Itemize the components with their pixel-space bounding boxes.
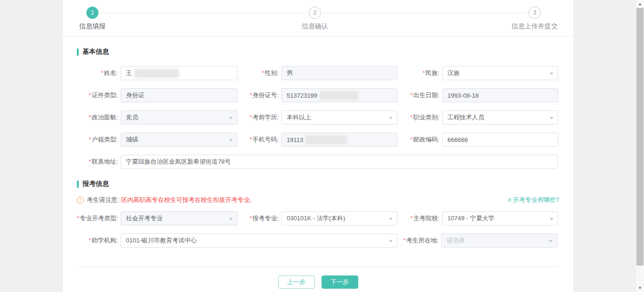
candidate-notice: ! 考生请注意: 区内高职高专在校生可报考在校生衔接开考专业。 [77,196,256,204]
step-2-circle: 2 [309,7,321,19]
gender-field: *性别: 男 [238,66,398,80]
political-status-field: *政治面貌: 党员 [77,110,238,125]
location-field: *考生所在地: 请选择 [397,234,558,248]
apply-info-title-text: 报考信息 [83,180,109,188]
required-mark: * [410,92,413,99]
gender-input: 男 [281,66,397,80]
required-mark: * [249,136,252,143]
name-field: *姓名: 王 [77,66,238,80]
chevron-down-icon [550,117,553,119]
political-status-label: *政治面貌: [77,113,121,122]
chevron-down-icon [229,117,233,119]
required-mark: * [422,69,425,76]
basic-info-section-title: 基本信息 [77,48,559,56]
required-mark: * [249,215,252,222]
occupation-label: *职业类别: [398,113,442,122]
required-mark: * [89,237,91,244]
postcode-label: *邮政编码: [398,135,442,144]
required-mark: * [410,114,413,121]
major-type-select[interactable]: 社会开考专业 [121,211,238,225]
scroll-up-button[interactable]: ▲ [636,0,644,8]
birth-date-label: *出生日期: [398,91,442,100]
required-mark: * [89,136,91,143]
step-1-label: 信息填报 [41,22,144,31]
apply-row-1: *专业开考类型: 社会开考专业 *报考专业: 030101K - 法学(本科) … [77,211,559,225]
required-mark: * [89,114,91,121]
gender-label: *性别: [238,69,281,77]
step-2-label: 信息确认 [263,22,367,31]
address-field: *联系地址: 宁夏回族自治区金凤区新希望街道78号 [77,155,558,169]
basic-row-1: *姓名: 王 *性别: 男 *民族: 汉族 [77,66,559,80]
household-type-select[interactable]: 城镇 [121,133,238,147]
college-label: *主考院校: [398,214,442,223]
required-mark: * [89,158,91,165]
location-label: *考生所在地: [397,236,441,245]
political-status-select[interactable]: 党员 [121,110,238,125]
location-select[interactable]: 请选择 [441,234,557,248]
required-mark: * [410,136,413,143]
step-3-circle: 3 [528,7,541,19]
ethnicity-label: *民族: [398,69,442,77]
institution-field: *助学机构: 0101-银川市教育考试中心 [77,234,397,248]
scroll-down-button[interactable]: ▼ [636,284,644,292]
step-3-label: 信息上传并提交 [483,22,586,31]
previous-step-button[interactable]: 上一步 [278,275,315,289]
major-select[interactable]: 030101K - 法学(本科) [281,211,397,225]
name-input[interactable]: 王 [121,66,238,80]
redaction-mask [305,135,347,144]
phone-input: 19113 [281,133,397,147]
id-number-label: *身份证号: [238,91,281,100]
warning-icon: ! [77,197,84,204]
section-title-bar [77,49,79,56]
scrollbar-thumb[interactable] [636,8,644,266]
birth-date-field: *出生日期: 1993-08-18 [398,88,559,102]
basic-row-3: *政治面貌: 党员 *考前学历: 本科以上 *职业类别: 工程技术人员 [77,110,559,125]
major-type-label: *专业开考类型: [77,214,121,223]
chevron-down-icon [549,240,553,242]
postcode-input[interactable]: 666666 [442,133,558,147]
college-field: *主考院校: 10749 - 宁夏大学 [398,211,559,225]
education-label: *考前学历: [238,113,281,122]
id-type-field: *证件类型: 身份证 [77,88,238,102]
chevron-down-icon [550,73,553,75]
apply-info-section-title: 报考信息 [77,180,559,188]
major-field: *报考专业: 030101K - 法学(本科) [238,211,398,225]
occupation-select[interactable]: 工程技术人员 [442,110,558,125]
required-mark: * [249,114,252,121]
wizard-stepper: 1 信息填报 2 信息确认 3 信息上传并提交 [63,0,573,37]
id-type-input: 身份证 [121,88,238,102]
redaction-mask [320,91,358,100]
required-mark: * [101,69,103,76]
open-majors-link[interactable]: # 开考专业有哪些? [508,196,559,204]
registration-page: 1 信息填报 2 信息确认 3 信息上传并提交 基本信息 *姓名: 王 [0,0,644,292]
required-mark: * [77,215,79,222]
education-field: *考前学历: 本科以上 [238,110,398,125]
occupation-field: *职业类别: 工程技术人员 [398,110,559,125]
chevron-down-icon [389,218,393,220]
chevron-down-icon [389,240,393,242]
ethnicity-select[interactable]: 汉族 [442,66,558,80]
basic-row-5: *联系地址: 宁夏回族自治区金凤区新希望街道78号 [77,155,559,169]
step-3-upload-submit: 3 信息上传并提交 [483,7,586,31]
postcode-field: *邮政编码: 666666 [398,133,559,147]
basic-info-title-text: 基本信息 [83,48,109,56]
major-type-field: *专业开考类型: 社会开考专业 [77,211,238,225]
education-select[interactable]: 本科以上 [281,110,397,125]
step-3-number: 3 [533,9,536,16]
institution-select[interactable]: 0101-银川市教育考试中心 [121,234,397,248]
notice-prefix: 考生请注意: [87,196,119,204]
next-step-button[interactable]: 下一步 [322,275,358,289]
birth-date-input: 1993-08-18 [442,88,558,102]
required-mark: * [403,237,405,244]
household-type-label: *户籍类型: [77,135,121,144]
basic-row-4: *户籍类型: 城镇 *手机号码: 19113 *邮政编码: 666666 [77,133,559,147]
notice-text: 区内高职高专在校生可报考在校生衔接开考专业。 [121,196,256,204]
required-mark: * [249,92,252,99]
basic-row-2: *证件类型: 身份证 *身份证号: 513723199 *出生日期: 1993-… [77,88,559,102]
college-select[interactable]: 10749 - 宁夏大学 [442,211,558,225]
phone-field: *手机号码: 19113 [238,133,398,147]
name-label: *姓名: [77,69,121,77]
address-input[interactable]: 宁夏回族自治区金凤区新希望街道78号 [121,155,558,169]
scrollbar[interactable]: ▲ ▼ [636,0,644,292]
major-label: *报考专业: [238,214,281,223]
